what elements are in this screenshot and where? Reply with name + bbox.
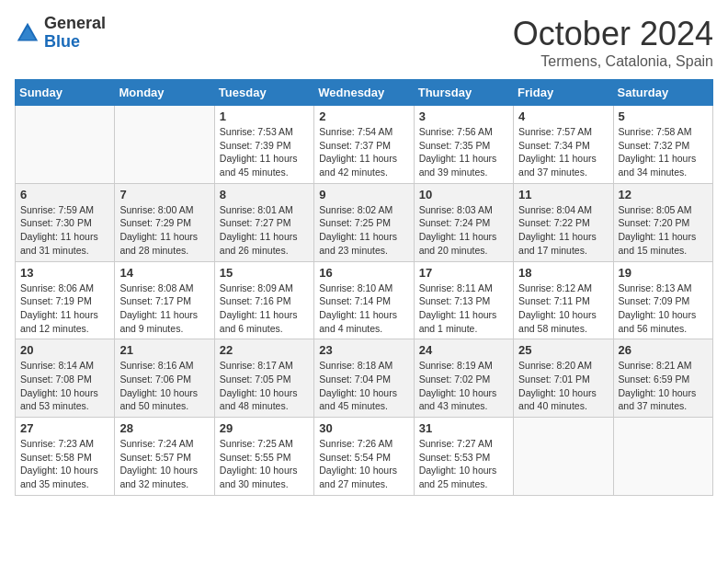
calendar-week-row: 27Sunrise: 7:23 AMSunset: 5:58 PMDayligh… xyxy=(16,418,713,496)
day-number: 23 xyxy=(319,343,408,357)
day-info: Sunrise: 8:16 AMSunset: 7:06 PMDaylight:… xyxy=(119,359,209,413)
calendar-day-cell: 30Sunrise: 7:26 AMSunset: 5:54 PMDayligh… xyxy=(314,418,414,496)
day-number: 9 xyxy=(319,188,408,201)
calendar-day-cell: 2Sunrise: 7:54 AMSunset: 7:37 PMDaylight… xyxy=(314,106,414,184)
day-number: 6 xyxy=(20,188,109,201)
day-info: Sunrise: 8:20 AMSunset: 7:01 PMDaylight:… xyxy=(518,359,608,413)
calendar-day-cell: 8Sunrise: 8:01 AMSunset: 7:27 PMDaylight… xyxy=(214,183,313,261)
logo-blue-text: Blue xyxy=(44,33,106,52)
day-info: Sunrise: 8:04 AMSunset: 7:22 PMDaylight:… xyxy=(518,203,608,258)
calendar-day-cell: 23Sunrise: 8:18 AMSunset: 7:04 PMDayligh… xyxy=(314,339,414,418)
day-number: 14 xyxy=(119,266,209,280)
day-info: Sunrise: 7:53 AMSunset: 7:39 PMDaylight:… xyxy=(220,125,309,179)
calendar-day-cell: 7Sunrise: 8:00 AMSunset: 7:29 PMDaylight… xyxy=(115,183,214,261)
calendar-day-cell: 12Sunrise: 8:05 AMSunset: 7:20 PMDayligh… xyxy=(613,183,712,261)
calendar-day-cell: 3Sunrise: 7:56 AMSunset: 7:35 PMDaylight… xyxy=(414,106,513,184)
day-number: 8 xyxy=(220,188,309,201)
calendar-day-cell: 18Sunrise: 8:12 AMSunset: 7:11 PMDayligh… xyxy=(514,261,613,339)
day-info: Sunrise: 8:18 AMSunset: 7:04 PMDaylight:… xyxy=(319,359,408,413)
day-number: 4 xyxy=(518,109,608,123)
location-title: Termens, Catalonia, Spain xyxy=(513,53,713,70)
day-info: Sunrise: 8:19 AMSunset: 7:02 PMDaylight:… xyxy=(419,359,508,413)
day-info: Sunrise: 7:25 AMSunset: 5:55 PMDaylight:… xyxy=(220,437,309,491)
page-header: General Blue October 2024 Termens, Catal… xyxy=(15,15,713,70)
calendar-day-cell: 28Sunrise: 7:24 AMSunset: 5:57 PMDayligh… xyxy=(115,418,214,496)
calendar-week-row: 13Sunrise: 8:06 AMSunset: 7:19 PMDayligh… xyxy=(16,261,713,339)
day-number: 22 xyxy=(220,343,309,357)
calendar-day-header: Sunday xyxy=(16,80,115,106)
calendar-day-cell: 9Sunrise: 8:02 AMSunset: 7:25 PMDaylight… xyxy=(314,183,414,261)
day-info: Sunrise: 8:12 AMSunset: 7:11 PMDaylight:… xyxy=(518,282,608,336)
calendar-day-cell: 21Sunrise: 8:16 AMSunset: 7:06 PMDayligh… xyxy=(115,339,214,418)
calendar-day-cell: 5Sunrise: 7:58 AMSunset: 7:32 PMDaylight… xyxy=(613,106,712,184)
day-info: Sunrise: 8:10 AMSunset: 7:14 PMDaylight:… xyxy=(319,282,408,336)
day-info: Sunrise: 8:05 AMSunset: 7:20 PMDaylight:… xyxy=(619,203,708,258)
calendar-day-cell: 16Sunrise: 8:10 AMSunset: 7:14 PMDayligh… xyxy=(314,261,414,339)
calendar-day-cell xyxy=(16,106,115,184)
day-number: 2 xyxy=(319,109,408,123)
day-number: 10 xyxy=(419,188,508,201)
calendar-day-cell: 4Sunrise: 7:57 AMSunset: 7:34 PMDaylight… xyxy=(514,106,613,184)
calendar-day-cell: 13Sunrise: 8:06 AMSunset: 7:19 PMDayligh… xyxy=(16,261,115,339)
calendar-day-cell xyxy=(613,418,712,496)
day-info: Sunrise: 8:08 AMSunset: 7:17 PMDaylight:… xyxy=(119,282,209,336)
calendar-week-row: 20Sunrise: 8:14 AMSunset: 7:08 PMDayligh… xyxy=(16,339,713,418)
calendar-day-cell: 31Sunrise: 7:27 AMSunset: 5:53 PMDayligh… xyxy=(414,418,513,496)
day-number: 25 xyxy=(518,343,608,357)
day-info: Sunrise: 8:14 AMSunset: 7:08 PMDaylight:… xyxy=(20,359,109,413)
calendar-day-header: Saturday xyxy=(613,80,712,106)
calendar-day-cell xyxy=(115,106,214,184)
calendar-header-row: SundayMondayTuesdayWednesdayThursdayFrid… xyxy=(16,80,713,106)
month-title: October 2024 xyxy=(513,15,713,53)
day-number: 5 xyxy=(619,109,708,123)
day-info: Sunrise: 7:54 AMSunset: 7:37 PMDaylight:… xyxy=(319,125,408,179)
calendar-week-row: 6Sunrise: 7:59 AMSunset: 7:30 PMDaylight… xyxy=(16,183,713,261)
day-number: 19 xyxy=(619,266,708,280)
day-number: 17 xyxy=(419,266,508,280)
day-info: Sunrise: 7:24 AMSunset: 5:57 PMDaylight:… xyxy=(119,437,209,491)
day-number: 16 xyxy=(319,266,408,280)
day-info: Sunrise: 7:26 AMSunset: 5:54 PMDaylight:… xyxy=(319,437,408,491)
day-number: 12 xyxy=(619,188,708,201)
day-info: Sunrise: 8:13 AMSunset: 7:09 PMDaylight:… xyxy=(619,282,708,336)
calendar-day-header: Thursday xyxy=(414,80,513,106)
calendar-week-row: 1Sunrise: 7:53 AMSunset: 7:39 PMDaylight… xyxy=(16,106,713,184)
title-area: October 2024 Termens, Catalonia, Spain xyxy=(513,15,713,70)
day-number: 11 xyxy=(518,188,608,201)
day-number: 13 xyxy=(20,266,109,280)
calendar-day-cell: 17Sunrise: 8:11 AMSunset: 7:13 PMDayligh… xyxy=(414,261,513,339)
day-info: Sunrise: 7:56 AMSunset: 7:35 PMDaylight:… xyxy=(419,125,508,179)
calendar-day-cell: 26Sunrise: 8:21 AMSunset: 6:59 PMDayligh… xyxy=(613,339,712,418)
day-info: Sunrise: 8:21 AMSunset: 6:59 PMDaylight:… xyxy=(619,359,708,413)
day-info: Sunrise: 7:59 AMSunset: 7:30 PMDaylight:… xyxy=(20,203,109,258)
day-number: 30 xyxy=(319,421,408,435)
calendar-day-cell: 1Sunrise: 7:53 AMSunset: 7:39 PMDaylight… xyxy=(214,106,313,184)
calendar-day-header: Friday xyxy=(514,80,613,106)
day-number: 1 xyxy=(220,109,309,123)
day-info: Sunrise: 7:57 AMSunset: 7:34 PMDaylight:… xyxy=(518,125,608,179)
calendar-day-header: Tuesday xyxy=(214,80,313,106)
calendar-day-cell: 25Sunrise: 8:20 AMSunset: 7:01 PMDayligh… xyxy=(514,339,613,418)
calendar-day-cell: 19Sunrise: 8:13 AMSunset: 7:09 PMDayligh… xyxy=(613,261,712,339)
day-info: Sunrise: 8:09 AMSunset: 7:16 PMDaylight:… xyxy=(220,282,309,336)
calendar-day-cell: 14Sunrise: 8:08 AMSunset: 7:17 PMDayligh… xyxy=(115,261,214,339)
calendar-day-header: Monday xyxy=(115,80,214,106)
calendar-day-cell: 6Sunrise: 7:59 AMSunset: 7:30 PMDaylight… xyxy=(16,183,115,261)
calendar-day-cell: 29Sunrise: 7:25 AMSunset: 5:55 PMDayligh… xyxy=(214,418,313,496)
day-info: Sunrise: 8:01 AMSunset: 7:27 PMDaylight:… xyxy=(220,203,309,258)
logo-general-text: General xyxy=(44,15,106,33)
day-info: Sunrise: 8:17 AMSunset: 7:05 PMDaylight:… xyxy=(220,359,309,413)
day-info: Sunrise: 7:23 AMSunset: 5:58 PMDaylight:… xyxy=(20,437,109,491)
calendar-day-cell: 20Sunrise: 8:14 AMSunset: 7:08 PMDayligh… xyxy=(16,339,115,418)
calendar-day-cell: 27Sunrise: 7:23 AMSunset: 5:58 PMDayligh… xyxy=(16,418,115,496)
calendar-day-cell: 22Sunrise: 8:17 AMSunset: 7:05 PMDayligh… xyxy=(214,339,313,418)
day-number: 20 xyxy=(20,343,109,357)
logo: General Blue xyxy=(15,15,106,52)
day-number: 3 xyxy=(419,109,508,123)
day-number: 18 xyxy=(518,266,608,280)
calendar-day-cell xyxy=(514,418,613,496)
day-number: 15 xyxy=(220,266,309,280)
calendar-day-cell: 11Sunrise: 8:04 AMSunset: 7:22 PMDayligh… xyxy=(514,183,613,261)
day-number: 29 xyxy=(220,421,309,435)
day-number: 28 xyxy=(119,421,209,435)
